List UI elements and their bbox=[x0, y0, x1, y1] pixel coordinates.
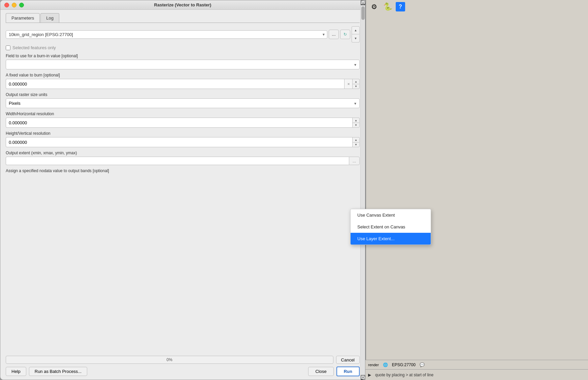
width-spinner: ▲ ▼ bbox=[352, 118, 360, 128]
python-icon[interactable]: 🐍 bbox=[382, 1, 393, 12]
raster-size-units-select-wrapper: Pixels ▼ bbox=[6, 98, 360, 108]
height-input[interactable] bbox=[6, 137, 352, 147]
nodata-row: Assign a specified nodata value to outpu… bbox=[6, 168, 360, 173]
layer-select[interactable]: 10km_grid_region [EPSG:27700] bbox=[6, 30, 327, 39]
scroll-down-arrow-button[interactable]: ▼ bbox=[361, 375, 365, 380]
field-burn-label: Field to use for a burn-in value [option… bbox=[6, 54, 360, 58]
width-input-group: ▲ ▼ bbox=[6, 118, 360, 128]
epsg-status-bar: render 🌐 EPSG:27700 💬 bbox=[365, 360, 588, 369]
progress-text: 0% bbox=[167, 357, 172, 362]
layer-select-wrapper: 10km_grid_region [EPSG:27700] ▼ bbox=[6, 30, 327, 39]
cancel-button[interactable]: Cancel bbox=[336, 356, 360, 364]
width-input[interactable] bbox=[6, 118, 352, 128]
field-burn-select[interactable] bbox=[6, 60, 360, 69]
field-burn-row: Field to use for a burn-in value [option… bbox=[6, 54, 360, 69]
message-icon: 💬 bbox=[420, 362, 425, 367]
context-menu: Use Canvas Extent Select Extent on Canva… bbox=[350, 209, 431, 245]
layer-refresh-button[interactable]: ↻ bbox=[340, 30, 350, 39]
progress-bar: 0% bbox=[6, 356, 333, 364]
status-quote-message: quote by placing > at start of line bbox=[375, 373, 433, 377]
fixed-value-clear-button[interactable]: ✕ bbox=[344, 79, 352, 89]
render-icon: render bbox=[368, 363, 379, 367]
selected-features-label: Selected features only bbox=[12, 45, 56, 50]
run-button[interactable]: Run bbox=[336, 367, 360, 376]
window-title: Rasterize (Vector to Raster) bbox=[154, 2, 211, 7]
batch-button[interactable]: Run as Batch Process... bbox=[29, 367, 87, 376]
extent-input[interactable] bbox=[6, 157, 349, 165]
raster-size-units-row: Output raster size units Pixels ▼ bbox=[6, 92, 360, 108]
fixed-value-label: A fixed value to burn [optional] bbox=[6, 73, 360, 77]
fixed-value-spinner: ▲ ▼ bbox=[352, 79, 360, 89]
fixed-value-input-group: ✕ ▲ ▼ bbox=[6, 79, 360, 89]
layer-scroll-group: ▲ ▼ bbox=[352, 26, 360, 42]
raster-size-units-label: Output raster size units bbox=[6, 92, 360, 97]
field-burn-select-wrapper: ▼ bbox=[6, 60, 360, 69]
bottom-bar: 0% Cancel Help Run as Batch Process... C… bbox=[6, 353, 360, 376]
height-decrement-button[interactable]: ▼ bbox=[352, 142, 360, 147]
layer-select-row: 10km_grid_region [EPSG:27700] ▼ … ↻ ▲ ▼ bbox=[6, 26, 360, 42]
selected-features-checkbox[interactable] bbox=[6, 45, 10, 50]
height-input-group: ▲ ▼ bbox=[6, 137, 360, 147]
selected-features-row: Selected features only bbox=[6, 45, 360, 50]
fixed-value-row: A fixed value to burn [optional] ✕ ▲ ▼ bbox=[6, 73, 360, 89]
vertical-scrollbar[interactable]: ▲ ▼ bbox=[360, 0, 365, 380]
layer-scroll-down-button[interactable]: ▼ bbox=[352, 34, 360, 42]
height-row: Height/Vertical resolution ▲ ▼ bbox=[6, 131, 360, 147]
extent-input-group: … bbox=[6, 157, 360, 165]
help-icon[interactable]: ? bbox=[396, 2, 405, 11]
context-menu-item-select-extent[interactable]: Select Extent on Canvas bbox=[351, 221, 431, 233]
minimize-window-button[interactable] bbox=[12, 3, 17, 7]
fixed-value-increment-button[interactable]: ▲ bbox=[352, 79, 360, 84]
play-icon: ▶ bbox=[368, 373, 371, 377]
context-menu-item-layer-extent[interactable]: Use Layer Extent... bbox=[351, 233, 431, 245]
tab-log[interactable]: Log bbox=[40, 13, 59, 23]
width-decrement-button[interactable]: ▼ bbox=[352, 123, 360, 128]
settings-icon[interactable]: ⚙ bbox=[369, 1, 380, 12]
right-toolbar: ⚙ 🐍 ? bbox=[366, 0, 588, 13]
status-bar: ▶ quote by placing > at start of line bbox=[365, 369, 588, 380]
dialog-window: Rasterize (Vector to Raster) Parameters … bbox=[0, 0, 365, 380]
fixed-value-input[interactable] bbox=[6, 79, 344, 89]
epsg-label: EPSG:27700 bbox=[392, 362, 416, 367]
help-button[interactable]: Help bbox=[6, 367, 26, 376]
close-dialog-button[interactable]: Close bbox=[308, 367, 333, 376]
fixed-value-decrement-button[interactable]: ▼ bbox=[352, 84, 360, 89]
tab-parameters[interactable]: Parameters bbox=[6, 13, 40, 23]
dialog-content: Parameters Log 10km_grid_region [EPSG:27… bbox=[0, 10, 365, 380]
extent-label: Output extent (xmin, xmax, ymin, ymax) bbox=[6, 151, 360, 155]
progress-row: 0% Cancel bbox=[6, 356, 360, 364]
scroll-thumb[interactable] bbox=[361, 6, 365, 20]
context-menu-item-canvas-extent[interactable]: Use Canvas Extent bbox=[351, 209, 431, 221]
close-window-button[interactable] bbox=[4, 3, 9, 7]
width-increment-button[interactable]: ▲ bbox=[352, 118, 360, 123]
height-spinner: ▲ ▼ bbox=[352, 137, 360, 147]
nodata-label: Assign a specified nodata value to outpu… bbox=[6, 168, 360, 173]
window-controls bbox=[4, 3, 24, 7]
right-panel: ⚙ 🐍 ? bbox=[365, 0, 588, 380]
height-label: Height/Vertical resolution bbox=[6, 131, 360, 136]
extent-row: Output extent (xmin, xmax, ymin, ymax) … bbox=[6, 151, 360, 165]
layer-scroll-up-button[interactable]: ▲ bbox=[352, 26, 360, 34]
tab-bar: Parameters Log bbox=[6, 13, 360, 23]
extent-menu-button[interactable]: … bbox=[349, 157, 360, 165]
width-row: Width/Horizontal resolution ▲ ▼ bbox=[6, 112, 360, 128]
title-bar: Rasterize (Vector to Raster) bbox=[0, 0, 365, 10]
action-row: Help Run as Batch Process... Close Run bbox=[6, 367, 360, 376]
scroll-track bbox=[361, 5, 365, 375]
raster-size-units-select[interactable]: Pixels bbox=[6, 98, 360, 108]
height-increment-button[interactable]: ▲ bbox=[352, 137, 360, 142]
globe-icon: 🌐 bbox=[383, 362, 388, 367]
layer-options-button[interactable]: … bbox=[329, 30, 339, 39]
parameters-panel: 10km_grid_region [EPSG:27700] ▼ … ↻ ▲ ▼ … bbox=[6, 26, 360, 353]
width-label: Width/Horizontal resolution bbox=[6, 112, 360, 116]
scroll-up-arrow-button[interactable]: ▲ bbox=[361, 0, 365, 5]
maximize-window-button[interactable] bbox=[19, 3, 24, 7]
